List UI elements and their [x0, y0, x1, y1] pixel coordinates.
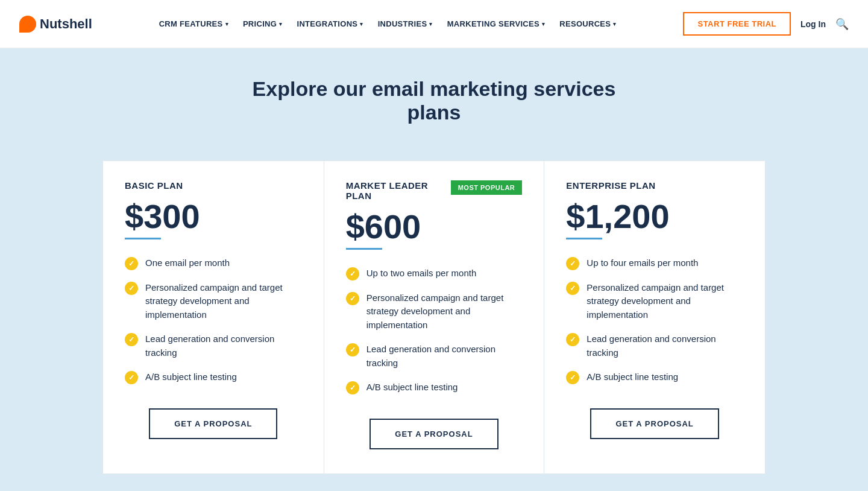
- nav-industries[interactable]: INDUSTRIES ▾: [372, 14, 439, 33]
- check-icon: [346, 292, 359, 305]
- feature-text: One email per month: [145, 256, 230, 270]
- login-link[interactable]: Log In: [800, 19, 826, 29]
- plan-divider-enterprise: [566, 238, 602, 239]
- feature-text: A/B subject line testing: [366, 381, 458, 394]
- feature-text: Personalized campaign and target strateg…: [587, 281, 743, 322]
- plan-feature-item: Personalized campaign and target strateg…: [125, 281, 302, 322]
- hero-title: Explore our email marketing services pla…: [223, 77, 645, 124]
- plan-cta-enterprise[interactable]: GET A PROPOSAL: [590, 408, 719, 439]
- plan-feature-item: One email per month: [125, 256, 302, 270]
- feature-text: A/B subject line testing: [145, 370, 237, 384]
- nav-integrations[interactable]: INTEGRATIONS ▾: [291, 14, 369, 33]
- feature-text: Lead generation and conversion tracking: [145, 332, 302, 360]
- plan-cta-wrap-market-leader: GET A PROPOSAL: [346, 419, 523, 449]
- feature-text: Up to four emails per month: [587, 256, 698, 270]
- plan-features-market-leader: Up to two emails per monthPersonalized c…: [346, 267, 523, 395]
- logo[interactable]: Nutshell: [19, 16, 92, 33]
- plan-card-basic: BASIC PLAN$300One email per monthPersona…: [102, 160, 324, 474]
- plan-feature-item: A/B subject line testing: [346, 381, 523, 394]
- plan-feature-item: A/B subject line testing: [125, 370, 302, 384]
- check-icon: [125, 333, 138, 346]
- plan-cta-basic[interactable]: GET A PROPOSAL: [149, 408, 277, 439]
- plan-cta-market-leader[interactable]: GET A PROPOSAL: [370, 419, 498, 449]
- nav-right: START FREE TRIAL Log In 🔍: [683, 12, 849, 36]
- check-icon: [125, 282, 138, 295]
- nav-links: CRM FEATURES ▾ PRICING ▾ INTEGRATIONS ▾ …: [153, 14, 623, 33]
- check-icon: [346, 343, 359, 356]
- hero-section: Explore our email marketing services pla…: [0, 48, 868, 160]
- plan-feature-item: A/B subject line testing: [566, 370, 743, 384]
- plan-feature-item: Personalized campaign and target strateg…: [566, 281, 743, 322]
- chevron-down-icon: ▾: [429, 21, 432, 27]
- plan-feature-item: Up to two emails per month: [346, 267, 523, 280]
- chevron-down-icon: ▾: [613, 21, 616, 27]
- plan-price-enterprise: $1,200: [566, 198, 743, 235]
- check-icon: [125, 371, 138, 384]
- main-nav: Nutshell CRM FEATURES ▾ PRICING ▾ INTEGR…: [0, 0, 868, 48]
- chevron-down-icon: ▾: [279, 21, 282, 27]
- feature-text: A/B subject line testing: [587, 370, 678, 384]
- chevron-down-icon: ▾: [542, 21, 545, 27]
- feature-text: Up to two emails per month: [366, 267, 477, 280]
- check-icon: [566, 282, 579, 295]
- chevron-down-icon: ▾: [360, 21, 363, 27]
- nav-pricing[interactable]: PRICING ▾: [237, 14, 289, 33]
- nav-resources[interactable]: RESOURCES ▾: [553, 14, 622, 33]
- nav-marketing-services[interactable]: MARKETING SERVICES ▾: [441, 14, 552, 33]
- chevron-down-icon: ▾: [225, 21, 228, 27]
- plans-grid: BASIC PLAN$300One email per monthPersona…: [102, 160, 766, 474]
- feature-text: Lead generation and conversion tracking: [587, 332, 743, 360]
- plan-feature-item: Up to four emails per month: [566, 256, 743, 270]
- start-trial-button[interactable]: START FREE TRIAL: [683, 12, 791, 36]
- plan-divider-basic: [125, 238, 161, 239]
- check-icon: [566, 257, 579, 270]
- plan-name-market-leader: MARKET LEADER PLAN: [346, 180, 451, 201]
- plan-feature-item: Lead generation and conversion tracking: [566, 332, 743, 360]
- plan-card-market-leader: MARKET LEADER PLANMOST POPULAR$600Up to …: [324, 160, 545, 474]
- feature-text: Personalized campaign and target strateg…: [366, 291, 523, 332]
- plan-features-basic: One email per monthPersonalized campaign…: [125, 256, 302, 385]
- plan-name-basic: BASIC PLAN: [125, 180, 183, 191]
- most-popular-badge: MOST POPULAR: [451, 180, 523, 195]
- plan-card-enterprise: ENTERPRISE PLAN$1,200Up to four emails p…: [544, 160, 766, 474]
- check-icon: [566, 333, 579, 346]
- brand-name: Nutshell: [40, 16, 92, 32]
- check-icon: [346, 381, 359, 394]
- nav-crm-features[interactable]: CRM FEATURES ▾: [153, 14, 234, 33]
- plan-feature-item: Lead generation and conversion tracking: [125, 332, 302, 360]
- plan-cta-wrap-basic: GET A PROPOSAL: [125, 408, 302, 439]
- plan-divider-market-leader: [346, 248, 382, 250]
- plan-price-basic: $300: [125, 198, 302, 235]
- plan-feature-item: Lead generation and conversion tracking: [346, 343, 523, 370]
- check-icon: [125, 257, 138, 270]
- check-icon: [346, 267, 359, 280]
- plan-price-market-leader: $600: [346, 208, 523, 246]
- logo-icon: [19, 16, 36, 33]
- plan-cta-wrap-enterprise: GET A PROPOSAL: [566, 408, 743, 439]
- plan-features-enterprise: Up to four emails per monthPersonalized …: [566, 256, 743, 385]
- feature-text: Lead generation and conversion tracking: [366, 343, 523, 370]
- feature-text: Personalized campaign and target strateg…: [145, 281, 302, 322]
- plans-container: BASIC PLAN$300One email per monthPersona…: [0, 160, 868, 491]
- plan-name-enterprise: ENTERPRISE PLAN: [566, 180, 655, 191]
- check-icon: [566, 371, 579, 384]
- plan-feature-item: Personalized campaign and target strateg…: [346, 291, 523, 332]
- search-icon[interactable]: 🔍: [835, 17, 849, 31]
